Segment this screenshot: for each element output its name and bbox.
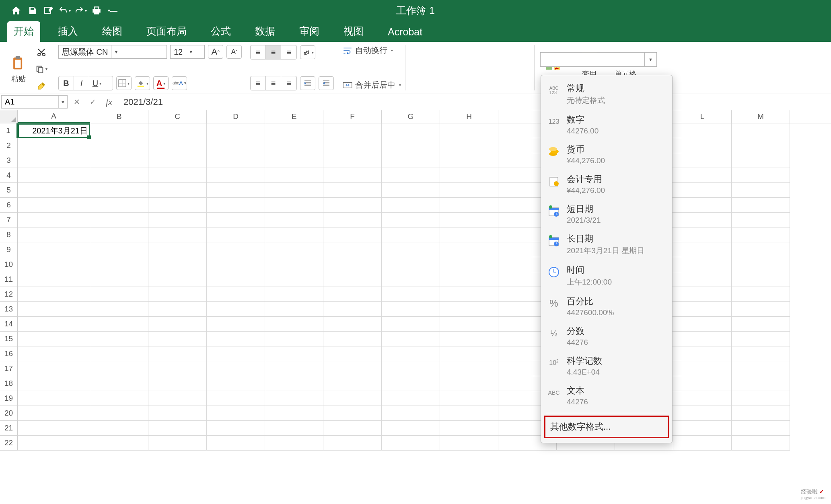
border-button[interactable]: ▾ (116, 76, 132, 90)
cell[interactable] (90, 227, 148, 242)
redo-icon[interactable]: ▾ (72, 2, 88, 18)
cell[interactable] (207, 168, 265, 183)
cell[interactable] (440, 361, 498, 376)
cell[interactable] (90, 153, 148, 168)
cell[interactable] (382, 406, 440, 421)
cell[interactable] (323, 376, 382, 391)
cell[interactable] (90, 183, 148, 198)
cell[interactable] (207, 421, 265, 436)
tab-formulas[interactable]: 公式 (204, 21, 237, 42)
column-header[interactable]: H (440, 110, 498, 123)
cell[interactable] (732, 287, 790, 302)
cell[interactable] (673, 168, 732, 183)
cell[interactable] (90, 436, 148, 451)
column-header[interactable]: A (18, 110, 90, 123)
cell[interactable] (148, 346, 207, 361)
cell[interactable] (732, 406, 790, 421)
fx-icon[interactable]: fx (101, 97, 117, 107)
cell[interactable] (382, 332, 440, 346)
cell[interactable] (673, 391, 732, 406)
cell[interactable] (440, 391, 498, 406)
row-header[interactable]: 20 (0, 406, 18, 421)
cell[interactable] (382, 317, 440, 332)
number-format-item[interactable]: 长日期2021年3月21日 星期日 (541, 229, 672, 260)
cell[interactable] (90, 302, 148, 317)
cell[interactable] (90, 317, 148, 332)
cell[interactable] (732, 272, 790, 287)
cell[interactable] (323, 287, 382, 302)
cell[interactable] (207, 287, 265, 302)
cell[interactable] (732, 436, 790, 451)
cancel-icon[interactable]: ✕ (69, 97, 85, 107)
cell[interactable] (148, 302, 207, 317)
cell[interactable] (382, 346, 440, 361)
cell[interactable] (323, 257, 382, 272)
cell[interactable] (265, 123, 323, 138)
cell[interactable] (440, 406, 498, 421)
cell[interactable] (323, 183, 382, 198)
cell[interactable] (207, 138, 265, 153)
cell[interactable] (732, 227, 790, 242)
cell[interactable] (382, 302, 440, 317)
align-left-icon[interactable]: ≡ (251, 76, 266, 90)
cell[interactable] (207, 361, 265, 376)
cell[interactable] (90, 123, 148, 138)
number-format-item[interactable]: ABC文本44276 (541, 381, 672, 410)
cell[interactable] (440, 421, 498, 436)
cell[interactable] (265, 287, 323, 302)
column-header[interactable]: E (265, 110, 323, 123)
row-header[interactable]: 4 (0, 168, 18, 183)
cell[interactable] (732, 153, 790, 168)
cell[interactable] (265, 376, 323, 391)
cell[interactable] (18, 257, 90, 272)
increase-font-icon[interactable]: A^ (208, 45, 223, 59)
cell[interactable] (207, 198, 265, 213)
cell[interactable] (323, 302, 382, 317)
tab-insert[interactable]: 插入 (51, 21, 84, 42)
cell[interactable] (440, 213, 498, 227)
cell[interactable] (90, 257, 148, 272)
cell[interactable] (90, 138, 148, 153)
cell[interactable] (382, 138, 440, 153)
cell[interactable] (148, 287, 207, 302)
cell[interactable] (90, 376, 148, 391)
cell[interactable] (148, 168, 207, 183)
font-color-button[interactable]: A▾ (153, 76, 169, 90)
cell[interactable] (673, 198, 732, 213)
cell[interactable] (732, 123, 790, 138)
tab-acrobat[interactable]: Acrobat (381, 23, 429, 42)
cell[interactable] (732, 213, 790, 227)
column-header[interactable]: B (90, 110, 148, 123)
row-header[interactable]: 17 (0, 361, 18, 376)
cell[interactable] (148, 153, 207, 168)
cell[interactable] (440, 183, 498, 198)
cell[interactable] (18, 272, 90, 287)
cell[interactable] (18, 391, 90, 406)
cell[interactable] (323, 213, 382, 227)
cell[interactable] (382, 183, 440, 198)
cell[interactable] (732, 317, 790, 332)
cell[interactable] (673, 346, 732, 361)
cell[interactable] (207, 406, 265, 421)
cell[interactable] (148, 213, 207, 227)
cell[interactable] (90, 287, 148, 302)
cell[interactable] (148, 123, 207, 138)
cell[interactable] (440, 242, 498, 257)
tab-home[interactable]: 开始 (7, 21, 40, 42)
cell[interactable] (265, 436, 323, 451)
row-header[interactable]: 10 (0, 257, 18, 272)
row-header[interactable]: 2 (0, 138, 18, 153)
cell[interactable] (18, 138, 90, 153)
cell[interactable] (265, 227, 323, 242)
cell[interactable] (148, 376, 207, 391)
enter-icon[interactable]: ✓ (85, 97, 101, 107)
cell[interactable] (673, 421, 732, 436)
align-right-icon[interactable]: ≡ (281, 76, 296, 90)
merge-center-button[interactable]: 合并后居中▾ (342, 80, 401, 90)
print-icon[interactable] (88, 2, 105, 18)
row-header[interactable]: 16 (0, 346, 18, 361)
cell[interactable] (673, 376, 732, 391)
cell[interactable] (382, 391, 440, 406)
cell[interactable] (323, 123, 382, 138)
cell[interactable] (18, 436, 90, 451)
